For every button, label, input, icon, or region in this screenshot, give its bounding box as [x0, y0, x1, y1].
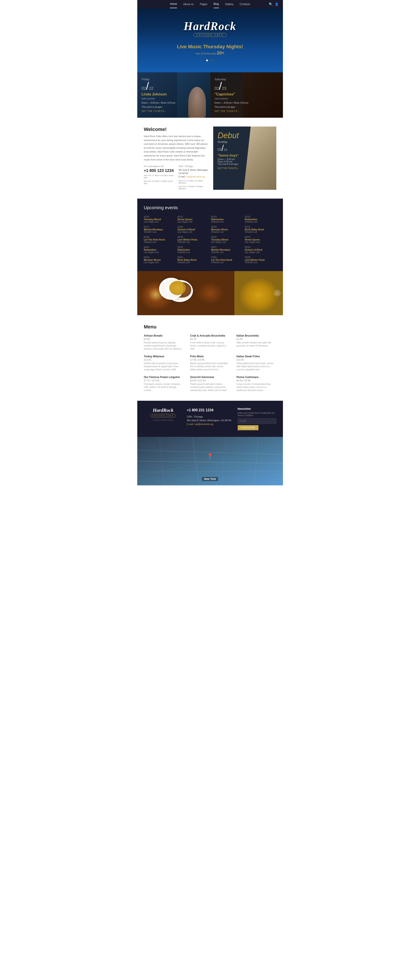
upcoming-event-name[interactable]: Last Winter Party [245, 259, 276, 261]
menu-item-price: £6.70 [190, 338, 230, 340]
svg-line-9 [137, 461, 210, 477]
menu-item-desc: Silky smooth chicken liver pâté with pan… [236, 341, 276, 347]
debut-ticket[interactable]: GET THE TICKETS › [217, 167, 272, 170]
upcoming-event-name[interactable]: Rebelution [211, 218, 243, 221]
upcoming-event-name[interactable]: School of Rock [245, 248, 276, 251]
upcoming-event-name[interactable]: Rock Baby Rock [245, 228, 276, 231]
debut-card: Debut Sunday 02/24 "Sunny Guys" Doors — … [213, 127, 276, 190]
upcoming-event-venue: Las Vegas Live [245, 251, 276, 253]
footer-address: USA - Chicago, 901 East E Street, Wilmin… [187, 415, 233, 423]
upcoming-event-date: 03/25 [211, 256, 243, 259]
menu-item-name: Artisan Breads [144, 334, 184, 337]
event-saturday-ticket[interactable]: GET THE TICKETS › [214, 110, 278, 112]
upcoming-event-name[interactable]: Martini Mondays [211, 248, 243, 251]
upcoming-event-name[interactable]: Let The Kids Rock [144, 238, 176, 241]
menu-item: Crab & Avocado Bruschetta £6.70 Fresh wh… [190, 334, 230, 350]
menu-item-desc: Fried garlic prawns, fennel, tomatoes, c… [144, 383, 184, 392]
hero-dot-1[interactable] [206, 59, 208, 61]
upcoming-event-item: 02/20 Monster Music Orlando Live [211, 225, 243, 234]
menu-grid: Artisan Breads £3.95 Freshly baked focac… [144, 334, 276, 392]
event-friday-day: Friday [142, 78, 206, 81]
upcoming-event-name[interactable]: Street Queen [245, 238, 276, 241]
newsletter-email-input[interactable] [238, 418, 276, 424]
upcoming-event-name[interactable]: Rock Baby Rock [177, 259, 209, 261]
upcoming-event-item: 02/14 Rebelution Orlando Live [211, 215, 243, 224]
upcoming-event-item: 02/17 Martini Mondays Tenerife Live [144, 225, 176, 234]
nav-about[interactable]: About us [183, 0, 193, 8]
address-label: USA - Chicago, [179, 165, 209, 167]
menu-item-name: Gnocchi Genovese [190, 375, 230, 379]
upcoming-event-item: 02/28 Last Winter Party Tenerife Live [177, 235, 209, 244]
hours-1: Mon–Fri 11:30am–03:00pm (main bar) [144, 174, 174, 179]
debut-day: Sunday [217, 140, 272, 143]
menu-title: Menu [144, 324, 276, 330]
nav-contacts[interactable]: Contacts [240, 0, 250, 8]
menu-section: Menu Artisan Breads £3.95 Freshly baked … [137, 315, 283, 401]
footer-logo-block: HardRock CHICAGO CAFE © 2016 | Privacy P… [144, 407, 182, 421]
footer-subtitle: CHICAGO CAFE [150, 414, 176, 417]
upcoming-event-date: 03/10 [211, 236, 243, 238]
menu-item-price: £5.50 [236, 338, 276, 340]
event-friday-ticket[interactable]: GET THE TICKETS › [142, 110, 206, 112]
upcoming-event-name[interactable]: Let The Kids Rock [211, 259, 243, 261]
user-icon[interactable]: 👤 [275, 2, 278, 6]
footer-newsletter: Newsletter Enter your email here to subs… [238, 407, 276, 430]
hero-dot-2[interactable] [209, 59, 211, 61]
hours-4: Sat–Sun 12:00am–23:00pm (kitchen) [179, 185, 209, 190]
upcoming-event-date: 02/12 [177, 216, 209, 218]
upcoming-title: Upcoming events [144, 205, 276, 210]
welcome-section: Welcome! Hard Rock Cafe offers rock star… [137, 118, 283, 199]
menu-item: Gnocchi Genovese £6.00 / £11.50 Potato g… [190, 375, 230, 392]
hero-dot-3[interactable] [212, 59, 214, 61]
event-friday-doors: Doors — 8:00 pm / Show: 8:30 pm [142, 102, 206, 104]
upcoming-event-name[interactable]: Monster Music [211, 228, 243, 231]
upcoming-event-venue: Tenerife Live [177, 241, 209, 243]
event-saturday-type: rock concert [214, 97, 278, 100]
upcoming-event-name[interactable]: Tuesday Blend [144, 218, 176, 221]
nav-pages[interactable]: Pages [200, 0, 207, 8]
menu-item-price: £15.95 [236, 358, 276, 361]
upcoming-event-name[interactable]: Martini Mondays [144, 228, 176, 231]
event-friday-artist: Linda Johnson [142, 92, 206, 96]
upcoming-event-date: 03/20 [144, 256, 176, 259]
debut-ages: This event is all ages [217, 163, 272, 165]
upcoming-event-name[interactable]: Street Queen [177, 218, 209, 221]
upcoming-event-item: 02/25 Let The Kids Rock Orlando Live [144, 235, 176, 244]
upcoming-event-date: 02/25 [144, 236, 176, 238]
menu-item: Artisan Breads £3.95 Freshly baked focac… [144, 334, 184, 350]
upcoming-event-name[interactable]: Tuesday Blend [211, 238, 243, 241]
upcoming-event-venue: Orlando Live [211, 221, 243, 223]
upcoming-event-name[interactable]: Rebelution [177, 248, 209, 251]
welcome-contact: For reservations call +1 800 123 1234 Mo… [144, 165, 209, 190]
upcoming-event-name[interactable]: School of Rock [177, 228, 209, 231]
event-saturday-doors: Doors — 8:00 pm / Show: 8:30 pm [214, 102, 278, 104]
upcoming-event-name[interactable]: Rebelution [245, 218, 276, 221]
menu-item-name: Frito Misto [190, 355, 230, 358]
upcoming-event-name[interactable]: Monster Music [144, 259, 176, 261]
upcoming-event-item: 02/10 Tuesday Blend Las Vegas Live [144, 215, 176, 224]
menu-item-price: £3.95 [144, 338, 184, 340]
events-band: Friday 02/22 Linda Johnson solo concert … [137, 72, 283, 118]
menu-item-desc: Flash-grilled prime beef steak, served w… [236, 362, 276, 371]
menu-item-price: £7.75 / £13.50 [144, 379, 184, 382]
upcoming-event-item: 02/12 Street Queen Las Vegas Live [177, 215, 209, 224]
upcoming-event-date: 02/17 [144, 226, 176, 228]
upcoming-event-item: 03/14 Rebelution Las Vegas Live [144, 245, 176, 255]
footer: HardRock CHICAGO CAFE © 2016 | Privacy P… [137, 401, 283, 437]
search-icon[interactable]: 🔍 [269, 2, 273, 6]
upcoming-event-name[interactable]: Last Winter Party [177, 238, 209, 241]
nav-blog[interactable]: Blog [214, 0, 219, 8]
gallery-next-arrow[interactable]: › [274, 290, 281, 296]
upcoming-event-venue: Las Vegas Live [211, 241, 243, 243]
debut-date: 02/24 [217, 143, 272, 153]
nav-home[interactable]: Home [170, 0, 177, 8]
upcoming-event-date: 03/12 [245, 236, 276, 238]
event-saturday: Saturday 02/23 "Caprichos" rock concert … [210, 72, 283, 118]
nav-gallery[interactable]: Gallery [225, 0, 233, 8]
hero-small-text: from 22:00 free entry 20+ [177, 51, 243, 56]
upcoming-event-name[interactable]: Rebelution [144, 248, 176, 251]
upcoming-event-venue: Las Vegas Live [144, 251, 176, 253]
upcoming-event-date: 02/20 [211, 226, 243, 228]
subscribe-button[interactable]: SUBSCRIBE [238, 425, 259, 430]
menu-item-name: Crab & Avocado Bruschetta [190, 334, 230, 337]
